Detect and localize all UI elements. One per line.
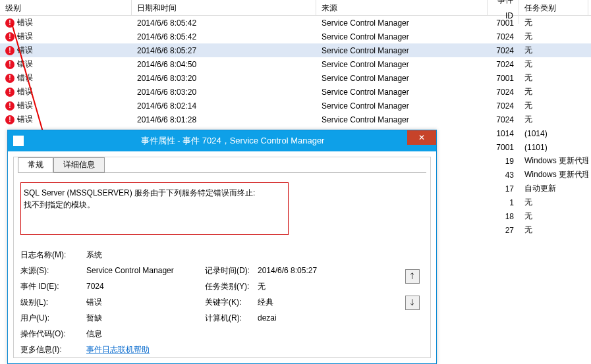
event-message-line1: SQL Server (MSSQLSERVER) 服务由于下列服务特定错误而终止… — [24, 187, 285, 199]
error-icon: ! — [5, 32, 14, 41]
label-logged: 记录时间(D): — [205, 265, 258, 276]
table-row[interactable]: !错误2014/6/6 8:01:28Service Control Manag… — [0, 113, 591, 126]
value-eventid: 7024 — [86, 282, 205, 291]
label-moreinfo: 更多信息(I): — [20, 344, 86, 355]
label-keywords: 关键字(K): — [205, 297, 258, 308]
tab-panel-general: SQL Server (MSSQLSERVER) 服务由于下列服务特定错误而终止… — [18, 172, 426, 357]
row-source: Service Control Manager — [316, 32, 488, 41]
value-keywords: 经典 — [258, 297, 273, 308]
row-datetime: 2014/6/6 8:03:20 — [132, 88, 316, 97]
error-icon: ! — [5, 88, 14, 97]
value-source: Service Control Manager — [86, 266, 205, 275]
row-datetime: 2014/6/6 8:01:28 — [132, 115, 316, 124]
row-source: Service Control Manager — [316, 74, 488, 83]
next-event-button[interactable]: 🡓 — [405, 296, 420, 310]
row-eventid: 17 — [488, 184, 519, 194]
row-datetime: 2014/6/6 8:02:14 — [132, 101, 316, 111]
label-user: 用户(U): — [20, 313, 86, 324]
row-level: 错误 — [17, 45, 33, 56]
table-row[interactable]: !错误2014/6/6 8:03:20Service Control Manag… — [0, 71, 591, 85]
row-category: 无 — [519, 72, 588, 84]
value-logname: 系统 — [86, 249, 205, 261]
dialog-titlebar[interactable]: 事件属性 - 事件 7024，Service Control Manager ✕ — [8, 130, 436, 151]
close-button[interactable]: ✕ — [407, 130, 436, 145]
label-taskcat: 任务类别(Y): — [205, 281, 258, 292]
table-row[interactable]: !错误2014/6/6 8:05:27Service Control Manag… — [0, 43, 591, 57]
row-eventid: 7024 — [488, 101, 519, 111]
table-row[interactable]: !错误2014/6/6 8:02:14Service Control Manag… — [0, 99, 591, 113]
close-icon: ✕ — [418, 133, 425, 142]
value-computer: dezai — [258, 313, 277, 323]
row-level: 错误 — [17, 86, 33, 97]
link-online-help[interactable]: 事件日志联机帮助 — [86, 344, 205, 355]
row-category: Windows 更新代理 — [519, 155, 588, 167]
row-category: 无 — [519, 86, 588, 97]
row-level: 错误 — [17, 72, 33, 84]
label-logname: 日志名称(M): — [20, 249, 86, 261]
label-source: 来源(S): — [20, 265, 86, 276]
row-datetime: 2014/6/6 8:05:27 — [132, 46, 316, 55]
dialog-icon — [13, 136, 24, 146]
row-category: 无 — [519, 100, 588, 111]
error-icon: ! — [5, 60, 14, 69]
event-message-box: SQL Server (MSSQLSERVER) 服务由于下列服务特定错误而终止… — [20, 182, 289, 235]
label-computer: 计算机(R): — [205, 313, 258, 324]
row-eventid: 7001 — [488, 18, 519, 28]
row-category: 自动更新 — [519, 183, 588, 194]
row-eventid: 27 — [488, 226, 519, 235]
row-datetime: 2014/6/6 8:05:42 — [132, 18, 316, 28]
event-properties-dialog: 事件属性 - 事件 7024，Service Control Manager ✕… — [7, 130, 437, 364]
row-eventid: 43 — [488, 170, 519, 180]
row-category: (1101) — [519, 143, 588, 152]
tab-general[interactable]: 常规 — [18, 157, 53, 172]
row-eventid: 7024 — [488, 88, 519, 97]
row-source: Service Control Manager — [316, 101, 488, 111]
value-level: 错误 — [86, 297, 205, 308]
row-eventid: 7024 — [488, 46, 519, 55]
table-header: 级别 日期和时间 来源 事件 ID 任务类别 — [0, 0, 591, 16]
row-category: 无 — [519, 197, 588, 208]
row-category: 无 — [519, 211, 588, 222]
arrow-up-icon: 🡑 — [408, 272, 416, 281]
value-user: 暂缺 — [86, 313, 205, 324]
row-level: 错误 — [17, 114, 33, 125]
row-source: Service Control Manager — [316, 115, 488, 124]
row-eventid: 19 — [488, 157, 519, 166]
error-icon: ! — [5, 46, 14, 55]
table-row[interactable]: !错误2014/6/6 8:05:42Service Control Manag… — [0, 30, 591, 43]
row-category: (1014) — [519, 129, 588, 138]
row-datetime: 2014/6/6 8:03:20 — [132, 74, 316, 83]
arrow-down-icon: 🡓 — [408, 298, 416, 307]
row-category: 无 — [519, 45, 588, 56]
row-category: 无 — [519, 114, 588, 125]
col-category[interactable]: 任务类别 — [519, 0, 588, 16]
tab-details[interactable]: 详细信息 — [53, 157, 105, 172]
error-icon: ! — [5, 101, 14, 111]
dialog-title: 事件属性 - 事件 7024，Service Control Manager — [29, 135, 436, 147]
row-category: 无 — [519, 224, 588, 236]
field-grid: 日志名称(M): 系统 来源(S): Service Control Manag… — [20, 247, 426, 357]
error-icon: ! — [5, 115, 14, 124]
col-source[interactable]: 来源 — [316, 0, 488, 16]
row-source: Service Control Manager — [316, 18, 488, 28]
row-eventid: 18 — [488, 212, 519, 221]
row-eventid: 7001 — [488, 143, 519, 152]
row-source: Service Control Manager — [316, 88, 488, 97]
row-level: 错误 — [17, 31, 33, 42]
col-level[interactable]: 级别 — [0, 0, 132, 16]
row-eventid: 1 — [488, 198, 519, 207]
row-category: Windows 更新代理 — [519, 169, 588, 180]
table-row[interactable]: !错误2014/6/6 8:03:20Service Control Manag… — [0, 85, 591, 99]
row-source: Service Control Manager — [316, 60, 488, 69]
row-eventid: 7024 — [488, 32, 519, 41]
row-eventid: 7024 — [488, 60, 519, 69]
prev-event-button[interactable]: 🡑 — [405, 269, 420, 284]
table-row[interactable]: !错误2014/6/6 8:04:50Service Control Manag… — [0, 57, 591, 71]
row-level: 错误 — [17, 100, 33, 111]
event-message-line2: 找不到指定的模块。 — [24, 199, 285, 211]
error-icon: ! — [5, 74, 14, 83]
tab-strip: 常规 详细信息 — [18, 157, 430, 172]
col-datetime[interactable]: 日期和时间 — [132, 0, 316, 16]
label-level: 级别(L): — [20, 297, 86, 308]
table-row[interactable]: !错误2014/6/6 8:05:42Service Control Manag… — [0, 16, 591, 30]
